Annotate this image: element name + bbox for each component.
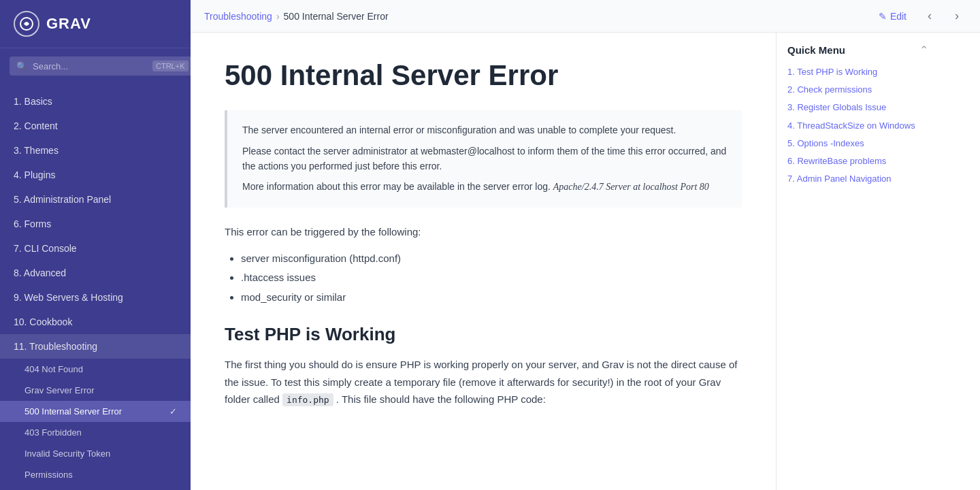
quick-menu-list: 1. Test PHP is Working 2. Check permissi…: [787, 66, 928, 185]
sidebar-item-admin-panel[interactable]: 5. Administration Panel: [0, 187, 191, 212]
search-input[interactable]: [33, 61, 147, 71]
quick-menu: Quick Menu ⌃ 1. Test PHP is Working 2. C…: [776, 33, 939, 490]
topbar-right: ✎ Edit ‹ ›: [873, 7, 966, 26]
quick-menu-collapse-button[interactable]: ⌃: [919, 44, 928, 56]
sidebar-item-web-servers[interactable]: 9. Web Servers & Hosting: [0, 285, 191, 310]
bullet-3: mod_security or similar: [241, 290, 742, 306]
error-line-3: More information about this error may be…: [242, 179, 727, 195]
qm-item-6: 6. RewriteBase problems: [787, 155, 928, 167]
qm-item-1: 1. Test PHP is Working: [787, 66, 928, 78]
breadcrumb-current: 500 Internal Server Error: [284, 11, 389, 22]
sidebar-sub-proxy-issues[interactable]: Proxy Issues: [0, 485, 191, 490]
prev-button[interactable]: ‹: [920, 7, 939, 26]
error-box: The server encountered an internal error…: [225, 110, 742, 208]
sidebar-item-cookbook[interactable]: 10. Cookbook: [0, 310, 191, 334]
sidebar-nav: 1. Basics 2. Content 3. Themes 4. Plugin…: [0, 84, 191, 490]
breadcrumb-link[interactable]: Troubleshooting: [204, 11, 272, 22]
section1-para: The first thing you should do is ensure …: [225, 356, 742, 408]
qm-item-7: 7. Admin Panel Navigation: [787, 173, 928, 185]
qm-item-5: 5. Options -Indexes: [787, 137, 928, 150]
sidebar-sub-403[interactable]: 403 Forbidden: [0, 422, 191, 443]
breadcrumb: Troubleshooting › 500 Internal Server Er…: [204, 11, 389, 22]
qm-link-3[interactable]: 3. Register Globals Issue: [787, 102, 886, 112]
page-title: 500 Internal Server Error: [225, 60, 742, 91]
sidebar-logo: GRAV: [0, 0, 191, 48]
search-version-row: 🔍 CTRL+K v1.7: [0, 48, 191, 84]
edit-label: Edit: [890, 11, 906, 22]
error-bullets: server misconfiguration (httpd.conf) .ht…: [241, 251, 742, 306]
sidebar-item-advanced[interactable]: 8. Advanced: [0, 261, 191, 285]
quick-menu-title: Quick Menu: [787, 44, 845, 56]
section1-code: info.php: [282, 393, 333, 406]
qm-item-3: 3. Register Globals Issue: [787, 101, 928, 114]
qm-link-5[interactable]: 5. Options -Indexes: [787, 138, 864, 148]
sidebar-sub-500[interactable]: 500 Internal Server Error: [0, 401, 191, 422]
section1-title: Test PHP is Working: [225, 324, 742, 345]
sidebar-sub-404[interactable]: 404 Not Found: [0, 359, 191, 380]
qm-link-7[interactable]: 7. Admin Panel Navigation: [787, 174, 892, 184]
quick-menu-header: Quick Menu ⌃: [787, 44, 928, 56]
sidebar: GRAV 🔍 CTRL+K v1.7 1. Basics 2. Content …: [0, 0, 191, 490]
server-info: Apache/2.4.7 Server at localhost Port 80: [553, 182, 709, 192]
qm-item-4: 4. ThreadStackSize on Windows: [787, 120, 928, 132]
sidebar-item-cli-console[interactable]: 7. CLI Console: [0, 236, 191, 261]
qm-link-2[interactable]: 2. Check permissions: [787, 84, 872, 95]
main-area: Troubleshooting › 500 Internal Server Er…: [191, 0, 980, 490]
bullet-2: .htaccess issues: [241, 270, 742, 286]
edit-icon: ✎: [879, 11, 887, 22]
sidebar-sub-grav-server-error[interactable]: Grav Server Error: [0, 380, 191, 401]
qm-link-4[interactable]: 4. ThreadStackSize on Windows: [787, 120, 915, 131]
search-shortcut: CTRL+K: [152, 61, 189, 71]
edit-button[interactable]: ✎ Edit: [873, 8, 912, 24]
sidebar-sub-invalid-token[interactable]: Invalid Security Token: [0, 443, 191, 464]
sidebar-item-plugins[interactable]: 4. Plugins: [0, 163, 191, 187]
sidebar-item-themes[interactable]: 3. Themes: [0, 138, 191, 163]
error-line-1: The server encountered an internal error…: [242, 122, 727, 137]
section1-para-text2: . This file should have the following PH…: [336, 393, 546, 405]
topbar: Troubleshooting › 500 Internal Server Er…: [191, 0, 980, 33]
qm-item-2: 2. Check permissions: [787, 84, 928, 96]
logo-icon: [14, 11, 39, 37]
error-line-2: Please contact the server administrator …: [242, 144, 727, 174]
sidebar-item-forms[interactable]: 6. Forms: [0, 212, 191, 236]
search-bar[interactable]: 🔍 CTRL+K: [10, 56, 191, 76]
next-button[interactable]: ›: [947, 7, 966, 26]
breadcrumb-separator: ›: [276, 11, 280, 22]
logo-text: GRAV: [46, 15, 91, 33]
search-icon: 🔍: [16, 61, 27, 71]
sidebar-item-content[interactable]: 2. Content: [0, 114, 191, 138]
error-intro: This error can be triggered by the follo…: [225, 224, 742, 240]
content-area: 500 Internal Server Error The server enc…: [191, 33, 776, 490]
sidebar-item-troubleshooting[interactable]: 11. Troubleshooting: [0, 334, 191, 359]
sidebar-sub-permissions[interactable]: Permissions: [0, 464, 191, 485]
content-wrapper: 500 Internal Server Error The server enc…: [191, 33, 980, 490]
bullet-1: server misconfiguration (httpd.conf): [241, 251, 742, 267]
qm-link-1[interactable]: 1. Test PHP is Working: [787, 67, 877, 77]
sidebar-item-basics[interactable]: 1. Basics: [0, 89, 191, 114]
qm-link-6[interactable]: 6. RewriteBase problems: [787, 156, 886, 166]
